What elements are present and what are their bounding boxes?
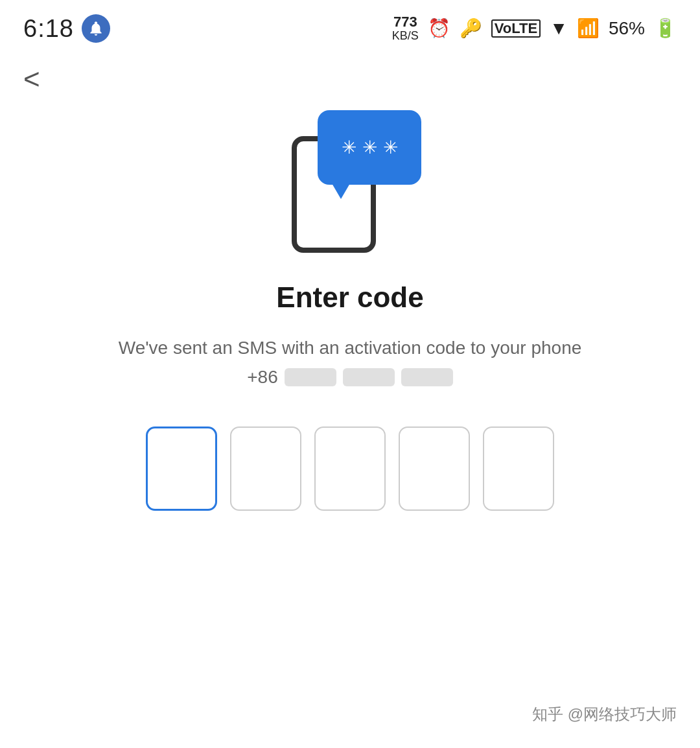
- code-box-4[interactable]: [399, 427, 470, 511]
- back-button[interactable]: <: [23, 65, 40, 93]
- main-content: Enter code We've sent an SMS with an act…: [0, 52, 700, 563]
- phone-blur-2: [343, 368, 395, 386]
- page-title: Enter code: [276, 281, 423, 314]
- phone-number-row: +86: [247, 367, 453, 388]
- phone-prefix: +86: [247, 367, 278, 388]
- wifi-icon: ▼: [550, 18, 568, 39]
- status-time: 6:18: [23, 15, 74, 43]
- star-dot-2: [362, 141, 377, 155]
- sms-illustration: [279, 110, 421, 253]
- status-left: 6:18: [23, 14, 110, 43]
- watermark: 知乎 @网络技巧大师: [532, 704, 677, 725]
- code-box-3[interactable]: [314, 427, 386, 511]
- volte-icon: VoLTE: [491, 19, 541, 38]
- status-right: 773 KB/S ⏰ 🔑 VoLTE ▼ 📶 56% 🔋: [392, 14, 677, 43]
- status-bar: 6:18 773 KB/S ⏰ 🔑 VoLTE ▼ 📶 56% 🔋: [0, 0, 700, 52]
- network-speed: 773 KB/S: [392, 14, 419, 43]
- star-dot-1: [342, 141, 356, 155]
- phone-blur-3: [401, 368, 453, 386]
- notification-icon: [82, 14, 110, 43]
- star-dot-3: [383, 141, 397, 155]
- key-icon: 🔑: [460, 18, 482, 39]
- alarm-icon: ⏰: [428, 18, 450, 39]
- code-inputs: [146, 427, 554, 511]
- code-box-5[interactable]: [483, 427, 554, 511]
- sms-bubble: [318, 110, 421, 185]
- bell-icon: [88, 20, 104, 37]
- battery-percent: 56%: [609, 18, 645, 39]
- code-box-1[interactable]: [146, 427, 217, 511]
- phone-blur-1: [285, 368, 336, 386]
- code-box-2[interactable]: [230, 427, 301, 511]
- description-text: We've sent an SMS with an activation cod…: [80, 334, 621, 362]
- signal-icon: 📶: [577, 18, 600, 39]
- battery-icon: 🔋: [654, 18, 677, 39]
